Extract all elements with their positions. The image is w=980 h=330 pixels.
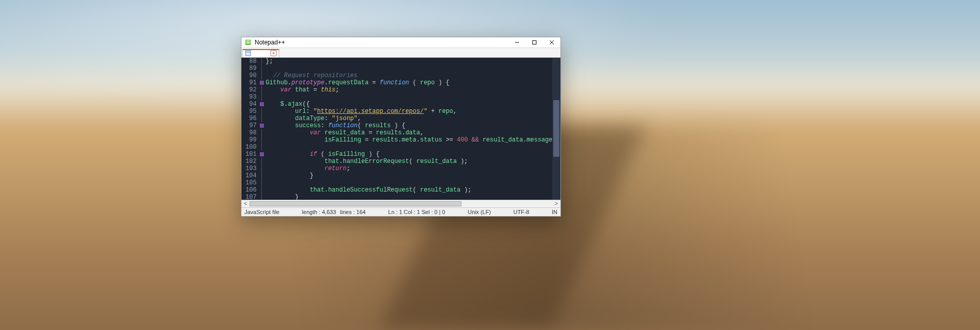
code-line[interactable]: [265, 144, 552, 151]
code-line[interactable]: success: function( results ) {: [265, 122, 552, 129]
fold-marker: [259, 194, 265, 200]
minimize-button[interactable]: [508, 37, 526, 48]
line-number: 93: [241, 93, 257, 101]
line-number: 97: [241, 122, 257, 129]
status-eol: Unix (LF): [468, 209, 491, 215]
line-number: 91: [241, 79, 257, 86]
status-bar: JavaScript file length : 4,633 lines : 1…: [241, 207, 560, 216]
hscroll-track[interactable]: [250, 200, 552, 207]
code-line[interactable]: };: [265, 58, 552, 65]
fold-marker: [259, 129, 265, 136]
status-lines: lines : 164: [340, 209, 365, 215]
fold-marker: [259, 72, 265, 79]
svg-rect-1: [247, 40, 250, 41]
line-number: 102: [241, 158, 257, 165]
code-line[interactable]: [265, 179, 552, 186]
status-length: length : 4,633: [302, 209, 336, 215]
fold-marker[interactable]: [259, 79, 265, 86]
line-number: 90: [241, 72, 257, 79]
code-line[interactable]: var result_data = results.data,: [265, 129, 552, 136]
line-number: 92: [241, 86, 257, 93]
code-line[interactable]: }: [265, 194, 552, 200]
line-number: 106: [241, 186, 257, 194]
code-line[interactable]: var that = this;: [265, 86, 552, 93]
line-number: 100: [241, 144, 257, 151]
editor[interactable]: 8889909192939495969798991001011021031041…: [241, 58, 560, 200]
hscroll-right-arrow[interactable]: >: [552, 200, 560, 207]
fold-marker: [259, 158, 265, 165]
fold-marker: [259, 58, 265, 65]
vertical-scrollbar[interactable]: [552, 58, 560, 200]
fold-marker[interactable]: [259, 151, 265, 158]
line-number: 96: [241, 115, 257, 122]
fold-column[interactable]: [259, 58, 265, 200]
fold-marker: [259, 186, 265, 194]
tab-close-icon[interactable]: ×: [271, 50, 277, 56]
code-line[interactable]: return;: [265, 165, 552, 172]
code-line[interactable]: [265, 93, 552, 101]
svg-rect-4: [533, 40, 536, 44]
code-line[interactable]: [265, 65, 552, 72]
app-icon: [244, 39, 252, 46]
code-line[interactable]: Github.prototype.requestData = function …: [265, 79, 552, 86]
fold-marker: [259, 115, 265, 122]
code-line[interactable]: url: "https://api.setapp.com/repos/" + r…: [265, 108, 552, 115]
horizontal-scrollbar[interactable]: < >: [241, 200, 560, 207]
fold-marker: [259, 93, 265, 101]
fold-marker: [259, 65, 265, 72]
vertical-scrollbar-thumb[interactable]: [553, 100, 559, 157]
file-icon: [245, 50, 251, 56]
line-number: 99: [241, 136, 257, 144]
line-number: 104: [241, 172, 257, 179]
fold-marker: [259, 144, 265, 151]
code-line[interactable]: dataType: "jsonp",: [265, 115, 552, 122]
fold-marker: [259, 86, 265, 93]
window-title: Notepad++: [255, 39, 285, 46]
line-number: 95: [241, 108, 257, 115]
fold-marker: [259, 108, 265, 115]
fold-marker: [259, 165, 265, 172]
fold-marker: [259, 179, 265, 186]
code-line[interactable]: $.ajax({: [265, 101, 552, 108]
line-number-gutter: 8889909192939495969798991001011021031041…: [241, 58, 259, 200]
titlebar[interactable]: Notepad++: [241, 37, 560, 48]
status-mode: IN: [552, 209, 557, 215]
line-number: 101: [241, 151, 257, 158]
fold-marker[interactable]: [259, 122, 265, 129]
code-area[interactable]: }; // Request repositoriesGithub.prototy…: [264, 58, 552, 200]
fold-marker: [259, 136, 265, 144]
line-number: 98: [241, 129, 257, 136]
status-encoding: UTF-8: [513, 209, 529, 215]
code-line[interactable]: that.handleErrorRequest( result_data );: [265, 158, 552, 165]
hscroll-thumb[interactable]: [250, 201, 461, 206]
code-line[interactable]: }: [265, 172, 552, 179]
fold-marker: [259, 172, 265, 179]
line-number: 103: [241, 165, 257, 172]
tab-strip: ×: [241, 48, 560, 58]
line-number: 88: [241, 58, 257, 65]
line-number: 107: [241, 194, 257, 200]
svg-rect-7: [246, 51, 251, 56]
file-tab[interactable]: ×: [242, 49, 279, 57]
hscroll-left-arrow[interactable]: <: [241, 200, 250, 207]
code-line[interactable]: that.handleSuccessfulRequest( result_dat…: [265, 186, 552, 194]
code-line[interactable]: if ( isFailling ) {: [265, 151, 552, 158]
notepadpp-window: Notepad++ × 8889909192939495969798991001…: [241, 37, 561, 217]
maximize-button[interactable]: [526, 37, 543, 48]
close-button[interactable]: [543, 37, 560, 48]
status-filetype: JavaScript file: [244, 209, 279, 215]
code-line[interactable]: // Request repositories: [265, 72, 552, 79]
line-number: 105: [241, 179, 257, 186]
code-line[interactable]: isFailling = results.meta.status >= 400 …: [265, 136, 552, 144]
line-number: 94: [241, 101, 257, 108]
svg-rect-2: [247, 42, 250, 43]
line-number: 89: [241, 65, 257, 72]
fold-marker[interactable]: [259, 101, 265, 108]
status-position: Ln : 1 Col : 1 Sel : 0 | 0: [388, 209, 446, 215]
